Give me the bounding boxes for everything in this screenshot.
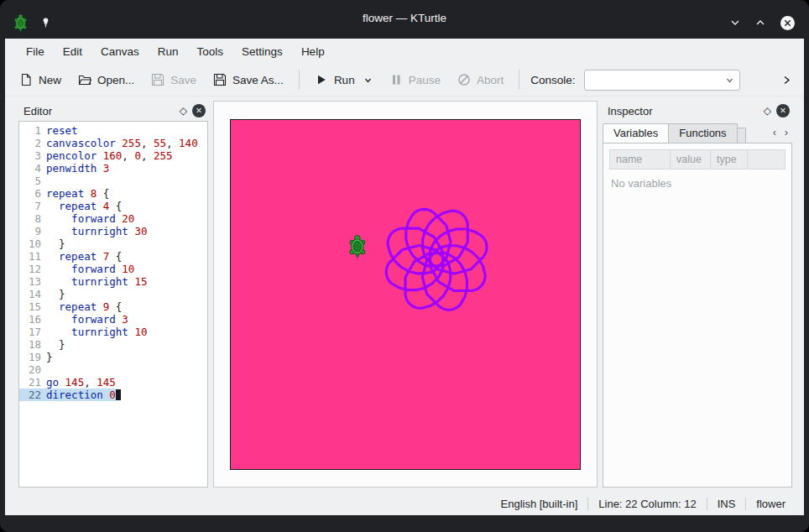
code-line-8[interactable]: 8 forward 20 [19, 212, 207, 225]
turtle-sprite[interactable] [350, 236, 365, 258]
column-header-value[interactable]: value [671, 150, 711, 169]
line-number: 1 [19, 124, 46, 137]
float-inspector-panel-icon[interactable]: ◇ [764, 105, 771, 117]
line-number: 2 [19, 137, 46, 149]
menu-run[interactable]: Run [149, 42, 188, 61]
code-text: forward 3 [46, 313, 128, 326]
code-line-22[interactable]: 22direction 0 [19, 389, 207, 401]
menu-tools[interactable]: Tools [188, 42, 233, 61]
code-line-6[interactable]: 6repeat 8 { [19, 187, 207, 200]
status-script-name: flower [756, 498, 786, 510]
canvas-area [213, 101, 598, 488]
console-input[interactable] [584, 70, 740, 91]
code-text: pencolor 160, 0, 255 [46, 149, 173, 162]
close-editor-panel-button[interactable]: ✕ [192, 104, 206, 117]
code-line-3[interactable]: 3pencolor 160, 0, 255 [19, 149, 207, 162]
toolbar: New Open... Save Save As... Run [5, 64, 804, 96]
kturtle-app-icon [12, 13, 29, 34]
column-header-type[interactable]: type [711, 150, 748, 169]
save-icon [151, 73, 164, 86]
line-number: 12 [19, 263, 46, 275]
menubar: FileEditCanvasRunToolsSettingsHelp [5, 39, 804, 64]
code-line-21[interactable]: 21go 145, 145 [19, 376, 207, 389]
line-number: 19 [19, 351, 46, 363]
turtle-canvas[interactable] [230, 119, 581, 470]
code-line-20[interactable]: 20 [19, 363, 207, 376]
abort-button-label: Abort [477, 74, 504, 86]
close-window-button[interactable] [780, 15, 796, 31]
code-text: turnright 10 [46, 326, 147, 338]
tab-variables[interactable]: Variables [603, 123, 669, 143]
menu-file[interactable]: File [17, 42, 54, 61]
save-button-label: Save [170, 74, 196, 86]
code-line-1[interactable]: 1reset [19, 124, 207, 137]
abort-button: Abort [450, 69, 511, 91]
run-button[interactable]: Run [307, 69, 380, 91]
code-line-7[interactable]: 7 repeat 4 { [19, 200, 207, 212]
flower-drawing [386, 209, 487, 310]
line-number: 7 [19, 200, 46, 212]
inspector-tabs: VariablesFunctions [603, 123, 737, 143]
save-as-button[interactable]: Save As... [206, 69, 291, 91]
code-text: repeat 9 { [46, 300, 122, 313]
code-line-12[interactable]: 12 forward 10 [19, 263, 207, 275]
tab-scroll-right-icon[interactable]: › [780, 126, 792, 138]
column-header-name[interactable]: name [610, 150, 671, 169]
line-number: 4 [19, 162, 46, 175]
code-line-10[interactable]: 10 } [19, 237, 207, 250]
toolbar-overflow-button[interactable] [778, 71, 796, 89]
column-header-filler [748, 150, 785, 169]
code-text: forward 10 [46, 263, 134, 275]
editor-panel-title: Editor [23, 105, 52, 117]
float-editor-panel-icon[interactable]: ◇ [180, 105, 187, 117]
toolbar-separator [299, 70, 300, 90]
code-line-19[interactable]: 19} [19, 351, 207, 363]
abort-icon [457, 73, 471, 86]
titlebar[interactable]: flower — KTurtle [0, 0, 809, 39]
line-number: 14 [19, 288, 46, 300]
pause-button: Pause [382, 69, 448, 91]
code-line-16[interactable]: 16 forward 3 [19, 313, 207, 326]
toolbar-separator [519, 70, 519, 90]
line-number: 17 [19, 326, 46, 338]
line-number: 6 [19, 187, 46, 200]
shade-window-icon[interactable] [729, 17, 741, 29]
code-line-4[interactable]: 4penwidth 3 [19, 162, 207, 175]
code-line-5[interactable]: 5 [19, 175, 207, 187]
no-variables-text: No variables [609, 170, 786, 197]
new-button[interactable]: New [12, 69, 69, 91]
menu-settings[interactable]: Settings [232, 42, 292, 61]
tab-partially-hidden[interactable] [737, 128, 746, 143]
code-line-18[interactable]: 18 } [19, 338, 207, 351]
code-text: turnright 15 [46, 275, 147, 288]
status-insert-mode: INS [718, 498, 736, 510]
code-line-17[interactable]: 17 turnright 10 [19, 326, 207, 338]
line-number: 13 [19, 275, 46, 288]
keep-above-icon[interactable] [754, 17, 766, 29]
close-inspector-panel-button[interactable]: ✕ [776, 104, 790, 117]
code-area[interactable]: 1reset2canvascolor 255, 55, 1403pencolor… [18, 121, 208, 488]
window-content: FileEditCanvasRunToolsSettingsHelp New O… [5, 39, 804, 515]
run-speed-chevron-icon[interactable] [363, 76, 373, 85]
inspector-panel: Inspector ◇ ✕ VariablesFunctions ‹ › nam… [603, 101, 792, 488]
code-line-11[interactable]: 11 repeat 7 { [19, 250, 207, 263]
menu-canvas[interactable]: Canvas [91, 42, 149, 61]
code-line-14[interactable]: 14 } [19, 288, 207, 300]
chevron-right-icon [781, 75, 792, 86]
menu-help[interactable]: Help [292, 42, 334, 61]
pause-button-label: Pause [409, 74, 441, 86]
code-line-2[interactable]: 2canvascolor 255, 55, 140 [19, 137, 207, 149]
open-button[interactable]: Open... [70, 69, 142, 91]
status-separator [587, 498, 588, 510]
window-title: flower — KTurtle [0, 12, 809, 24]
pin-icon[interactable] [39, 17, 52, 29]
code-line-13[interactable]: 13 turnright 15 [19, 275, 207, 288]
tab-scroll-left-icon[interactable]: ‹ [769, 126, 780, 138]
save-as-icon [213, 73, 227, 86]
menu-edit[interactable]: Edit [54, 42, 91, 61]
new-button-label: New [39, 74, 61, 86]
code-line-15[interactable]: 15 repeat 9 { [19, 300, 207, 313]
code-line-9[interactable]: 9 turnright 30 [19, 225, 207, 237]
tab-functions[interactable]: Functions [668, 123, 737, 143]
editor-panel-header: Editor ◇ ✕ [18, 101, 208, 121]
